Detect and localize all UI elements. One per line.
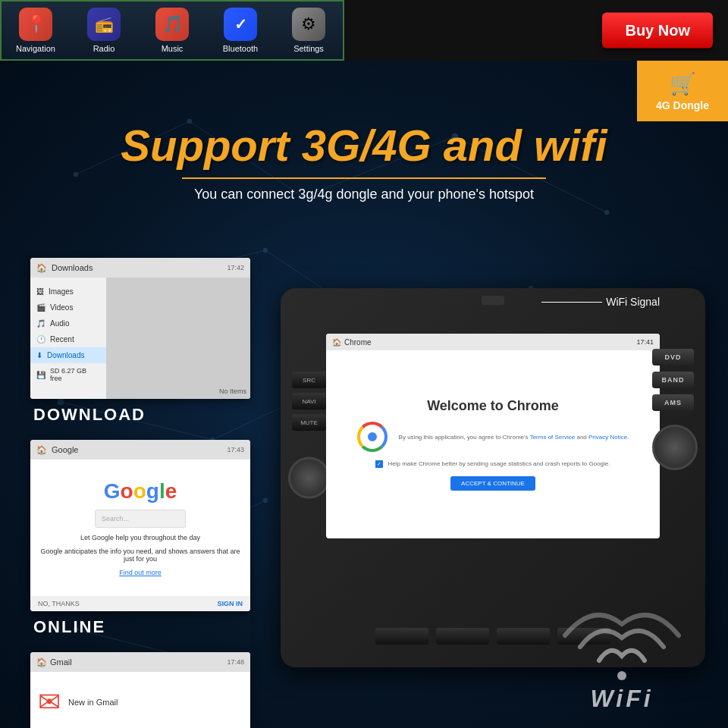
audio-item: 🎵Audio	[30, 315, 106, 331]
music-icon: 🎵	[155, 8, 189, 41]
settings-icon: ⚙	[292, 8, 325, 41]
bluetooth-label: Bluetooth	[223, 44, 258, 53]
home-icon: 🏠	[36, 263, 47, 273]
google-help-text: Let Google help you throughout the day	[80, 534, 200, 541]
navi-button[interactable]: NAVI	[292, 393, 326, 410]
wifi-text-label: WiFi	[590, 685, 653, 713]
src-button[interactable]: SRC	[292, 372, 326, 388]
accept-continue-button[interactable]: ACCEPT & CONTINUE	[450, 476, 535, 491]
gmail-title: Gmail	[50, 657, 72, 667]
wifi-signal-line	[541, 302, 602, 303]
top-bar: 📍 Navigation 📻 Radio 🎵 Music ✓ Bluetooth…	[0, 0, 728, 61]
sd-item: 💾SD 6.27 GB free	[30, 363, 106, 386]
download-panel-body: 🖼Images 🎬Videos 🎵Audio 🕐Recent ⬇Down	[30, 278, 250, 399]
band-button[interactable]: BAND	[652, 372, 694, 388]
hero-subtitle: You can connect 3g/4g dongle and your ph…	[0, 187, 728, 202]
app-icons-strip: 📍 Navigation 📻 Radio 🎵 Music ✓ Bluetooth…	[0, 0, 344, 61]
sign-in-text[interactable]: SIGN IN	[217, 600, 243, 607]
google-detail-text: Google anticipates the info you need, an…	[38, 548, 243, 563]
app-radio[interactable]: 📻 Radio	[77, 8, 130, 53]
app-bluetooth[interactable]: ✓ Bluetooth	[214, 8, 267, 53]
gmail-body: ✉ New in Gmail	[30, 672, 250, 728]
google-panel-body: Google Search... Let Google help you thr…	[30, 460, 250, 596]
app-music[interactable]: 🎵 Music	[146, 8, 199, 53]
svg-point-31	[263, 498, 268, 503]
bottom-btn-2[interactable]	[436, 628, 489, 645]
wifi-signal-text: WiFi Signal	[606, 296, 660, 308]
music-label: Music	[162, 44, 184, 53]
gmail-header: 🏠 Gmail 17:48	[30, 652, 250, 672]
radio-label: Radio	[93, 44, 115, 53]
no-thanks-text[interactable]: NO, THANKS	[38, 600, 80, 607]
gmail-icon: ✉	[38, 686, 61, 718]
title-area: Support 3G/4G and wifi You can connect 3…	[0, 121, 728, 202]
downloads-title: Downloads	[52, 263, 93, 272]
download-panel-header: 🏠 Downloads 17:42	[30, 258, 250, 278]
home-icon-2: 🏠	[36, 445, 47, 455]
chrome-terms-text: By using this application, you agree to …	[399, 433, 629, 441]
find-out-more-link[interactable]: Find out more	[119, 569, 162, 576]
main-section: 🛒 4G Dongle Support 3G/4G and wifi You c…	[0, 61, 728, 728]
navigation-label: Navigation	[16, 44, 55, 53]
main-title: Support 3G/4G and wifi	[0, 121, 728, 170]
car-nav-buttons: SRC NAVI MUTE	[292, 372, 326, 431]
download-label: DOWNLOAD	[30, 405, 250, 425]
chrome-checkbox-row: ✓ Help make Chrome better by sending usa…	[375, 460, 610, 468]
badge-text: 4G Dongle	[656, 99, 709, 111]
recent-item: 🕐Recent	[30, 331, 106, 347]
google-header-title: Google	[52, 445, 78, 454]
chrome-bar-label: Chrome	[344, 338, 372, 347]
wifi-signal-label: WiFi Signal	[541, 296, 660, 308]
cart-icon: 🛒	[670, 71, 696, 96]
app-navigation[interactable]: 📍 Navigation	[9, 8, 62, 53]
online-label: ONLINE	[30, 617, 250, 637]
dongle-badge[interactable]: 🛒 4G Dongle	[637, 61, 728, 121]
car-buttons-right: DVD BAND AMS	[652, 349, 694, 411]
car-knob-left[interactable]	[288, 457, 330, 499]
download-screenshot: 🏠 Downloads 17:42 🖼Images 🎬Videos 🎵Audio	[30, 258, 250, 399]
chrome-stats-text: Help make Chrome better by sending usage…	[388, 460, 610, 468]
download-sidebar: 🖼Images 🎬Videos 🎵Audio 🕐Recent ⬇Down	[30, 278, 106, 399]
buy-now-button[interactable]: Buy Now	[602, 13, 713, 49]
left-panels: 🏠 Downloads 17:42 🖼Images 🎬Videos 🎵Audio	[30, 258, 250, 728]
gmail-panel: 🏠 Gmail 17:48 ✉ New in Gmail	[30, 652, 250, 728]
title-divider	[182, 177, 546, 179]
svg-point-20	[604, 210, 609, 215]
online-panel: 🏠 Google 17:43 Google Search... Let Goog…	[30, 440, 250, 637]
car-screen: 🏠 Chrome 17:41 Welcome to Chrome By usin…	[326, 334, 660, 538]
wifi-symbol: WiFi	[561, 609, 682, 713]
app-settings[interactable]: ⚙ Settings	[282, 8, 335, 53]
navigation-icon: 📍	[19, 8, 52, 41]
bottom-btn-3[interactable]	[497, 628, 550, 645]
google-panel-footer: NO, THANKS SIGN IN	[30, 596, 250, 611]
car-knob-right[interactable]	[652, 425, 698, 470]
downloads-item: ⬇Downloads	[30, 347, 106, 363]
mute-button[interactable]: MUTE	[292, 414, 326, 431]
svg-point-22	[263, 248, 268, 253]
svg-point-39	[617, 671, 626, 680]
videos-item: 🎬Videos	[30, 300, 106, 315]
google-panel-header: 🏠 Google 17:43	[30, 440, 250, 460]
google-logo: Google	[104, 479, 177, 504]
download-panel: 🏠 Downloads 17:42 🖼Images 🎬Videos 🎵Audio	[30, 258, 250, 425]
ams-button[interactable]: AMS	[652, 394, 694, 411]
wifi-arcs-svg	[561, 609, 682, 685]
dvd-button[interactable]: DVD	[652, 349, 694, 366]
chrome-welcome-title: Welcome to Chrome	[427, 398, 559, 414]
chrome-welcome-screen: Welcome to Chrome By using this applicat…	[326, 350, 660, 538]
google-screenshot: 🏠 Google 17:43 Google Search... Let Goog…	[30, 440, 250, 611]
images-item: 🖼Images	[30, 284, 106, 300]
chrome-icon	[357, 422, 388, 452]
settings-label: Settings	[293, 44, 324, 53]
car-screen-bar: 🏠 Chrome 17:41	[326, 334, 660, 350]
bottom-btn-1[interactable]	[375, 628, 428, 645]
chrome-checkbox[interactable]: ✓	[375, 460, 383, 468]
radio-icon: 📻	[87, 8, 121, 41]
download-content: No Items	[106, 278, 250, 399]
gmail-new-text: New in Gmail	[68, 698, 118, 707]
bluetooth-icon: ✓	[224, 8, 257, 41]
